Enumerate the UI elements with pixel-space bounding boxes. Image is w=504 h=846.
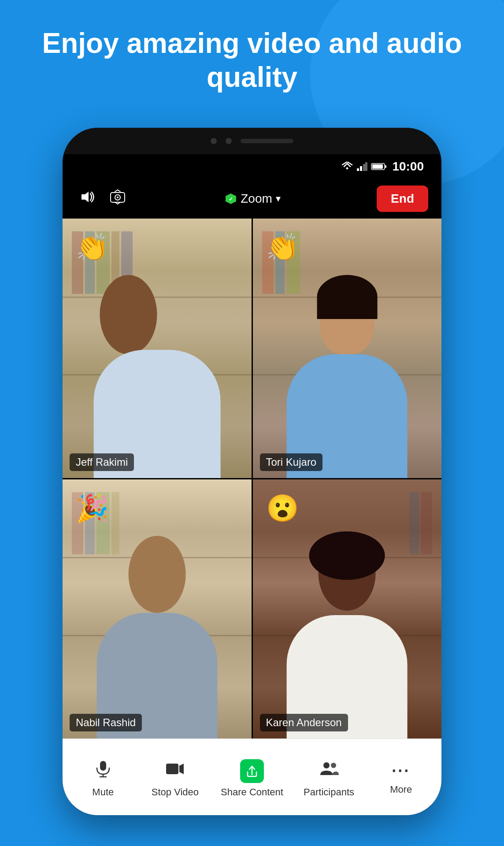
tori-nametag: Tori Kujaro [260, 453, 323, 471]
mute-button[interactable]: Mute [77, 759, 130, 798]
stop-video-button[interactable]: Stop Video [148, 759, 201, 798]
nabil-emoji: 🎉 [76, 493, 109, 524]
bottom-toolbar: Mute Stop Video Share Content [63, 738, 441, 815]
share-content-label: Share Content [221, 787, 283, 798]
end-button[interactable]: End [377, 186, 428, 212]
battery-icon [371, 163, 387, 171]
karen-emoji: 😮 [266, 493, 299, 524]
svg-point-10 [117, 197, 119, 198]
video-icon [165, 759, 185, 783]
participants-button[interactable]: Participants [303, 759, 356, 798]
status-icons [341, 162, 387, 171]
mute-icon [93, 759, 113, 783]
svg-rect-1 [360, 166, 362, 171]
svg-marker-7 [82, 192, 89, 202]
camera-dot-1 [211, 138, 217, 144]
svg-point-19 [323, 762, 330, 768]
share-content-button[interactable]: Share Content [221, 759, 283, 798]
zoom-chevron-icon: ▾ [276, 193, 281, 204]
svg-marker-17 [179, 764, 184, 774]
status-bar: 10:00 [63, 154, 441, 179]
video-grid: 👏 Jeff Rakimi 👏 Tori K [63, 219, 441, 738]
status-time: 10:00 [392, 160, 424, 174]
wifi-icon [341, 162, 353, 171]
more-dots-icon: ··· [392, 762, 410, 780]
speaker-bar [241, 139, 293, 143]
video-cell-karen: 😮 Karen Anderson [253, 479, 442, 739]
svg-rect-3 [365, 162, 367, 171]
zoom-label: Zoom [241, 192, 272, 206]
participants-label: Participants [304, 787, 354, 798]
zoom-button[interactable]: ✓ Zoom ▾ [225, 192, 281, 206]
meeting-controls-bar: ✓ Zoom ▾ End [63, 179, 441, 219]
svg-rect-16 [166, 764, 178, 774]
phone-top-bar [63, 128, 441, 154]
jeff-emoji: 👏 [76, 232, 109, 263]
mute-label: Mute [92, 787, 114, 798]
more-button[interactable]: ··· More [374, 762, 427, 795]
camera-flip-icon[interactable] [107, 189, 129, 208]
stop-video-label: Stop Video [152, 787, 199, 798]
hero-title: Enjoy amazing video and audio quality [0, 26, 504, 94]
share-icon [240, 759, 264, 783]
svg-rect-5 [372, 164, 383, 169]
participants-icon [319, 759, 339, 783]
video-cell-tori: 👏 Tori Kujaro [253, 219, 442, 478]
speaker-icon[interactable] [76, 189, 98, 208]
signal-icon [357, 162, 367, 171]
svg-rect-2 [363, 164, 365, 171]
karen-nametag: Karen Anderson [260, 714, 348, 731]
svg-rect-6 [385, 165, 386, 168]
svg-point-20 [331, 763, 336, 768]
svg-text:✓: ✓ [229, 196, 233, 202]
tori-emoji: 👏 [266, 232, 299, 263]
camera-dot-2 [226, 138, 232, 144]
jeff-nametag: Jeff Rakimi [70, 453, 134, 471]
video-cell-nabil: 🎉 Nabil Rashid [63, 479, 252, 739]
zoom-shield-icon: ✓ [225, 193, 237, 205]
video-cell-jeff: 👏 Jeff Rakimi [63, 219, 252, 478]
more-label: More [390, 784, 412, 795]
svg-rect-13 [100, 761, 106, 771]
phone-device: 10:00 ✓ Zoom [63, 128, 441, 815]
nabil-nametag: Nabil Rashid [70, 714, 142, 731]
svg-rect-0 [357, 168, 359, 171]
